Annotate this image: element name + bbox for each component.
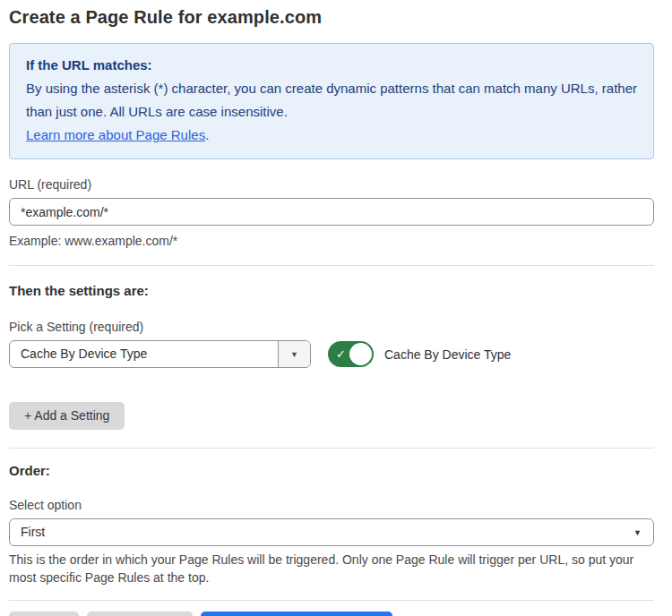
url-field-label: URL (required) <box>9 177 654 192</box>
section-divider <box>9 448 654 449</box>
page-title: Create a Page Rule for example.com <box>9 7 654 28</box>
cancel-button[interactable]: Cancel <box>9 612 79 616</box>
order-select-label: Select option <box>9 498 654 512</box>
toggle-setting-label: Cache By Device Type <box>384 347 511 362</box>
setting-select[interactable]: Cache By Device Type ▼ <box>9 340 311 368</box>
setting-select-value: Cache By Device Type <box>10 341 278 367</box>
order-helper-text: This is the order in which your Page Rul… <box>9 551 654 586</box>
order-section-heading: Order: <box>9 463 654 478</box>
learn-more-link[interactable]: Learn more about Page Rules <box>26 127 205 142</box>
save-as-draft-button[interactable]: Save as Draft <box>87 612 194 616</box>
info-banner-link-line: Learn more about Page Rules. <box>26 124 637 147</box>
caret-down-icon: ▼ <box>633 528 642 537</box>
check-icon: ✓ <box>336 347 346 361</box>
url-example-helper: Example: www.example.com/* <box>9 232 654 250</box>
info-banner-heading: If the URL matches: <box>26 54 637 77</box>
order-select[interactable]: First ▼ <box>9 518 654 546</box>
save-and-deploy-button[interactable]: Save and Deploy Page Rule <box>201 612 392 616</box>
section-divider <box>9 265 654 266</box>
setting-picker-label: Pick a Setting (required) <box>9 320 654 334</box>
url-input[interactable] <box>9 198 654 226</box>
order-select-value: First <box>10 519 653 545</box>
setting-toggle[interactable]: ✓ <box>328 341 374 367</box>
info-banner-body: By using the asterisk (*) character, you… <box>26 77 637 124</box>
page-rule-form: Create a Page Rule for example.com If th… <box>0 0 672 616</box>
footer-divider <box>9 600 654 601</box>
link-period: . <box>205 127 209 142</box>
toggle-knob <box>349 343 372 365</box>
footer-actions: Cancel Save as Draft Save and Deploy Pag… <box>9 612 654 616</box>
settings-section-heading: Then the settings are: <box>9 283 654 298</box>
setting-row: Cache By Device Type ▼ ✓ Cache By Device… <box>9 340 654 368</box>
add-setting-button[interactable]: + Add a Setting <box>9 402 125 430</box>
url-match-info-banner: If the URL matches: By using the asteris… <box>9 43 654 159</box>
caret-down-icon[interactable]: ▼ <box>278 341 310 367</box>
